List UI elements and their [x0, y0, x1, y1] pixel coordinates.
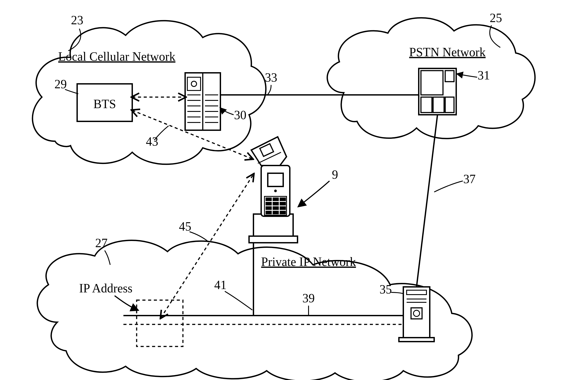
diagram-canvas: Local Cellular Network PSTN Network Priv… [0, 0, 588, 380]
ip-gateway-server [399, 287, 434, 342]
cloud-cellular-title: Local Cellular Network [58, 50, 175, 63]
svg-rect-24 [253, 214, 293, 236]
flip-phone [249, 137, 297, 243]
ref-35: 35 [380, 283, 392, 296]
svg-rect-44 [407, 290, 426, 295]
ref-30: 30 [234, 108, 246, 122]
svg-rect-22 [445, 97, 454, 113]
svg-rect-49 [399, 338, 434, 342]
svg-rect-36 [273, 206, 279, 210]
ref-29: 29 [54, 77, 67, 91]
ref-37: 37 [463, 172, 476, 186]
cellular-server [185, 73, 220, 130]
svg-rect-21 [433, 97, 444, 113]
ref-45-leader [190, 232, 208, 242]
bts-label: BTS [93, 97, 116, 111]
svg-rect-30 [273, 197, 279, 201]
svg-rect-32 [266, 202, 272, 206]
svg-rect-3 [187, 77, 201, 91]
svg-rect-38 [266, 211, 272, 214]
svg-rect-29 [266, 197, 272, 201]
ref-37-leader [434, 181, 463, 192]
svg-rect-37 [280, 206, 286, 210]
ref-43: 43 [146, 135, 158, 148]
svg-rect-26 [268, 173, 283, 187]
cloud-pstn-title: PSTN Network [409, 45, 486, 59]
ip-address-label: IP Address [79, 281, 132, 295]
svg-rect-18 [421, 71, 443, 95]
bts-box: BTS [77, 84, 132, 121]
ref-45: 45 [179, 220, 191, 233]
svg-rect-19 [445, 71, 454, 82]
svg-point-27 [274, 190, 277, 192]
svg-rect-20 [421, 97, 432, 113]
ref-31: 31 [478, 68, 490, 82]
svg-rect-23 [249, 236, 297, 243]
svg-rect-40 [280, 211, 286, 214]
cloud-ip-title: Private IP Network [261, 255, 356, 268]
ref-9: 9 [332, 168, 338, 181]
ref-9-leader [299, 181, 329, 206]
svg-rect-35 [266, 206, 272, 210]
svg-rect-31 [280, 197, 286, 201]
ref-41: 41 [214, 278, 226, 292]
ref-27: 27 [95, 236, 107, 250]
pstn-switch [419, 68, 456, 115]
svg-rect-39 [273, 211, 279, 214]
ref-39: 39 [302, 291, 315, 305]
ref-25: 25 [490, 11, 502, 25]
ref-33-leader [268, 85, 271, 95]
ref-23: 23 [71, 13, 83, 27]
svg-rect-34 [280, 202, 286, 206]
svg-rect-47 [411, 308, 422, 319]
svg-rect-33 [273, 202, 279, 206]
ref-33: 33 [265, 71, 277, 84]
link-37 [416, 115, 437, 287]
